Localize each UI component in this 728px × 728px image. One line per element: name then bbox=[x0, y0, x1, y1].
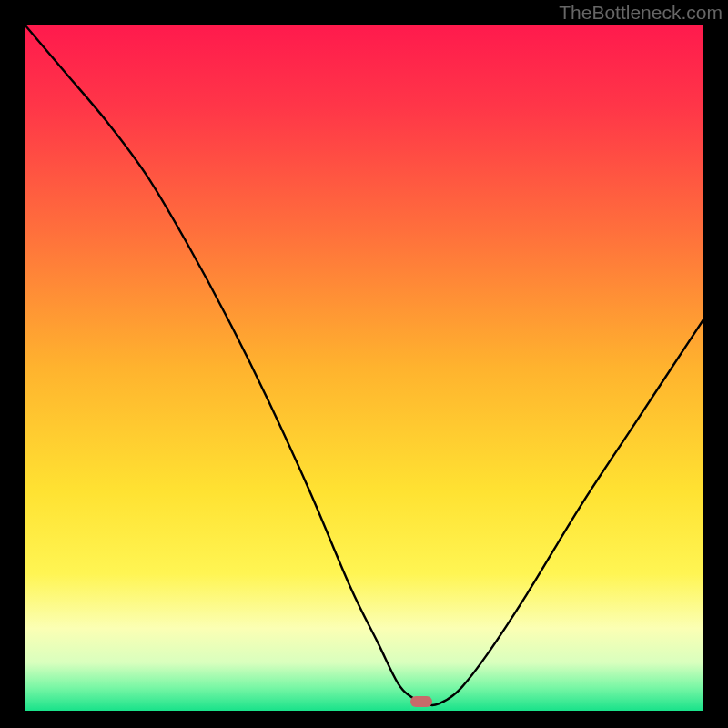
plot-area bbox=[25, 25, 703, 711]
heat-gradient bbox=[25, 25, 703, 711]
svg-rect-0 bbox=[25, 25, 703, 711]
chart-frame bbox=[0, 0, 728, 728]
optimal-marker bbox=[410, 696, 432, 707]
